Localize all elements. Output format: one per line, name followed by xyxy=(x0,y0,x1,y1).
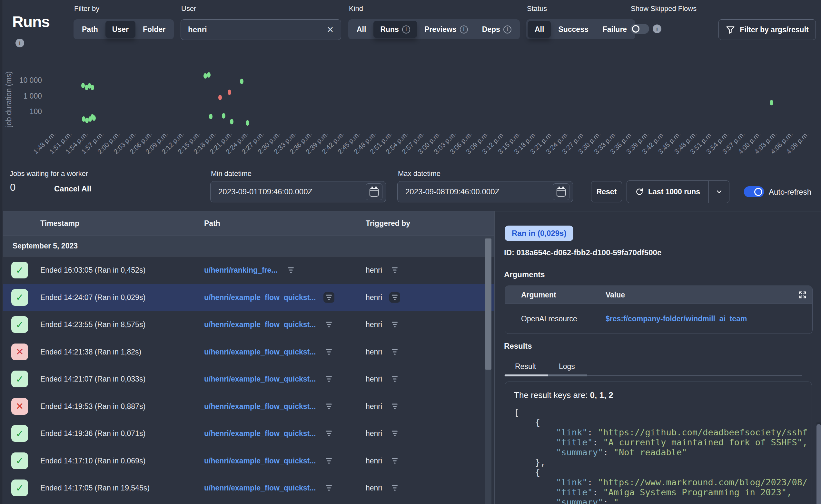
chart-point-success[interactable] xyxy=(209,114,212,119)
argument-row: OpenAI resource $res:f/company-folder/wi… xyxy=(505,304,812,334)
result-json-line: { xyxy=(514,417,810,427)
result-json-line: "summary": "Not readable" xyxy=(514,447,810,457)
table-row[interactable]: ✓ Ended 14:19:36 (Ran in 0,071s) u/henri… xyxy=(3,420,494,447)
load-runs-button[interactable]: Last 1000 runs xyxy=(627,181,709,203)
table-row[interactable]: ✓ Ended 14:21:07 (Ran in 0,033s) u/henri… xyxy=(3,365,494,393)
run-timestamp: Ended 14:17:10 (Ran in 0,069s) xyxy=(40,456,145,465)
run-path-link[interactable]: u/henri/example_flow_quickst... xyxy=(204,484,316,492)
chart-point-success[interactable] xyxy=(203,73,207,79)
result-json-line: [ xyxy=(514,407,810,417)
filter-by-user-icon[interactable] xyxy=(389,292,400,303)
table-row[interactable]: ✕ Ended 14:19:53 (Ran in 0,887s) u/henri… xyxy=(3,393,494,420)
chart-point-success[interactable] xyxy=(770,100,773,105)
refresh-icon xyxy=(635,188,644,196)
chart-point-success[interactable] xyxy=(92,115,96,121)
arguments-table-header: Argument Value xyxy=(505,286,812,304)
status-icon: ✓ xyxy=(11,316,28,333)
triggered-by-user: henri xyxy=(366,375,382,383)
chart-point-success[interactable] xyxy=(207,72,210,78)
chart-point-success[interactable] xyxy=(230,119,233,124)
runs-page: Runs i Filter by Path User Folder User h… xyxy=(0,0,821,504)
run-timestamp: Ended 14:21:38 (Ran in 1,82s) xyxy=(40,347,141,356)
table-header: Timestamp Path Triggered by xyxy=(3,211,494,236)
run-path-link[interactable]: u/henri/example_flow_quickst... xyxy=(204,347,316,356)
status-icon: ✓ xyxy=(11,452,28,469)
run-path-link[interactable]: u/henri/example_flow_quickst... xyxy=(204,293,316,302)
argument-value-link[interactable]: $res:f/company-folder/windmill_ai_team xyxy=(606,315,747,323)
filter-by-user-icon[interactable] xyxy=(389,455,400,466)
max-datetime-input[interactable]: 2023-09-08T09:46:00.000Z xyxy=(397,181,573,202)
result-summary-keys: 0, 1, 2 xyxy=(590,390,613,400)
run-path-link[interactable]: u/henri/example_flow_quickst... xyxy=(204,456,316,465)
filter-by-path-icon[interactable] xyxy=(323,428,334,439)
run-path-link[interactable]: u/henri/example_flow_quickst... xyxy=(204,320,316,329)
run-path-link[interactable]: u/henri/example_flow_quickst... xyxy=(204,429,316,438)
run-timestamp: Ended 14:19:36 (Ran in 0,071s) xyxy=(40,429,145,438)
filter-by-user-icon[interactable] xyxy=(389,346,400,357)
filter-by-path-icon[interactable] xyxy=(323,483,334,493)
run-timestamp: Ended 14:21:07 (Ran in 0,033s) xyxy=(40,375,145,383)
auto-refresh-label: Auto-refresh xyxy=(769,188,811,197)
chart-point-failure[interactable] xyxy=(218,95,222,100)
status-icon: ✓ xyxy=(11,425,28,442)
table-row[interactable]: ✓ Ended 16:03:05 (Ran in 0,452s) u/henri… xyxy=(3,257,494,284)
triggered-by-user: henri xyxy=(366,266,382,275)
filter-by-user-icon[interactable] xyxy=(389,265,400,276)
table-row[interactable]: ✕ Ended 14:21:38 (Ran in 1,82s) u/henri/… xyxy=(3,338,494,366)
tab-logs[interactable]: Logs xyxy=(559,362,575,371)
col-path: Path xyxy=(204,219,220,228)
table-row[interactable]: ✓ Ended 14:17:10 (Ran in 0,069s) u/henri… xyxy=(3,447,494,475)
max-datetime-label: Max datetime xyxy=(398,170,441,178)
panel-scrollbar-thumb[interactable] xyxy=(816,424,821,504)
filter-by-user-icon[interactable] xyxy=(389,374,400,384)
chart-point-success[interactable] xyxy=(91,85,94,90)
filter-by-user-icon[interactable] xyxy=(389,483,400,493)
result-json-line: "summary": " xyxy=(514,497,810,504)
calendar-button[interactable] xyxy=(553,183,570,200)
result-viewer[interactable]: The result keys are: 0, 1, 2 [ { "link":… xyxy=(505,382,812,504)
y-axis-tick-label: 1 000 xyxy=(10,92,42,101)
col-argument: Argument xyxy=(521,290,556,299)
chevron-down-icon xyxy=(715,188,723,196)
col-value: Value xyxy=(606,290,625,299)
chart-point-failure[interactable] xyxy=(228,90,231,95)
tab-result[interactable]: Result xyxy=(515,362,536,371)
reset-button[interactable]: Reset xyxy=(591,181,622,202)
chart-point-success[interactable] xyxy=(246,120,249,126)
run-path-link[interactable]: u/henri/example_flow_quickst... xyxy=(204,375,316,383)
load-runs-dropdown[interactable] xyxy=(709,181,729,203)
table-row[interactable]: ✓ Ended 14:23:55 (Ran in 8,575s) u/henri… xyxy=(3,311,494,338)
chart-point-success[interactable] xyxy=(240,79,243,84)
table-row[interactable]: ✓ Ended 14:17:05 (Ran in 19,545s) u/henr… xyxy=(3,474,494,502)
filter-by-path-icon[interactable] xyxy=(323,374,334,384)
run-path-link[interactable]: u/henri/ranking_fre... xyxy=(204,266,278,275)
filter-by-path-icon[interactable] xyxy=(323,455,334,466)
chart-point-success[interactable] xyxy=(81,83,85,88)
filter-by-path-icon[interactable] xyxy=(285,265,296,276)
y-axis-line xyxy=(50,74,50,126)
auto-refresh-toggle[interactable] xyxy=(744,186,764,197)
calendar-button[interactable] xyxy=(366,183,382,200)
filter-by-path-icon[interactable] xyxy=(323,319,334,330)
table-row[interactable]: ✓ Ended 14:24:07 (Ran in 0,029s) u/henri… xyxy=(3,284,494,311)
active-tab-indicator xyxy=(505,374,548,376)
status-icon: ✓ xyxy=(11,371,28,387)
filter-by-path-icon[interactable] xyxy=(323,401,334,412)
logs-tab-indicator xyxy=(548,374,587,376)
filter-by-user-icon[interactable] xyxy=(389,319,400,330)
filter-by-user-icon[interactable] xyxy=(389,401,400,412)
filter-by-path-icon[interactable] xyxy=(323,292,334,303)
result-json-line: "title": "A currently maintained fork of… xyxy=(514,437,810,447)
status-icon: ✓ xyxy=(11,289,28,306)
table-scrollbar-thumb[interactable] xyxy=(485,238,492,370)
filter-by-path-icon[interactable] xyxy=(323,346,334,357)
expand-icon[interactable] xyxy=(798,290,807,299)
cancel-all-button[interactable]: Cancel All xyxy=(54,184,91,193)
run-timestamp: Ended 14:19:53 (Ran in 0,887s) xyxy=(40,402,145,411)
filter-by-user-icon[interactable] xyxy=(389,428,400,439)
max-datetime-value: 2023-09-08T09:46:00.000Z xyxy=(405,187,553,196)
status-icon: ✕ xyxy=(11,344,28,360)
chart-point-success[interactable] xyxy=(222,113,225,119)
min-datetime-input[interactable]: 2023-09-01T09:46:00.000Z xyxy=(210,181,386,202)
run-path-link[interactable]: u/henri/example_flow_quickst... xyxy=(204,402,316,411)
